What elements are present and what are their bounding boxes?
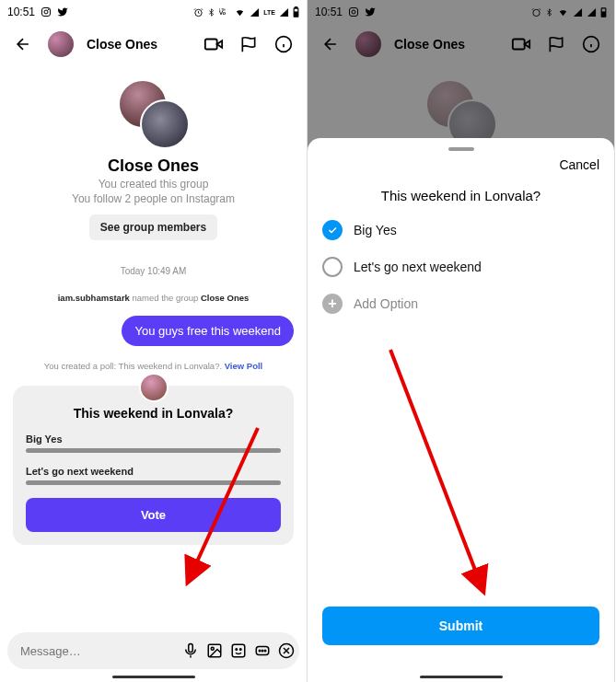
- back-button[interactable]: [9, 30, 37, 58]
- poll-option-1[interactable]: Big Yes: [26, 433, 281, 445]
- outgoing-message[interactable]: You guys free this weekend: [122, 316, 294, 346]
- svg-point-20: [264, 650, 266, 652]
- poll-question: This weekend in Lonvala?: [26, 406, 281, 421]
- wifi-icon: [234, 7, 246, 17]
- svg-text:LTE: LTE: [219, 7, 226, 12]
- poll-author-avatar[interactable]: [139, 373, 169, 402]
- svg-point-16: [240, 649, 242, 651]
- svg-rect-8: [295, 12, 298, 17]
- screenshot-right: 10:51 Close Ones: [308, 0, 615, 682]
- twitter-icon: [57, 6, 68, 17]
- poll-option-2[interactable]: Let's go next weekend: [26, 466, 281, 477]
- plus-icon[interactable]: +: [322, 294, 343, 314]
- option-1-label: Big Yes: [354, 223, 397, 237]
- info-button[interactable]: [270, 30, 297, 58]
- option-2-label: Let's go next weekend: [354, 260, 482, 274]
- radio-checked-icon[interactable]: [322, 220, 343, 240]
- sheet-grabber[interactable]: [448, 147, 474, 151]
- status-bar: 10:51 VoLTE LTE: [0, 0, 307, 24]
- svg-point-1: [44, 10, 48, 14]
- timestamp: Today 10:49 AM: [13, 266, 294, 276]
- svg-rect-9: [205, 40, 217, 50]
- cancel-button[interactable]: Cancel: [559, 157, 599, 172]
- poll-card-wrap: This weekend in Lonvala? Big Yes Let's g…: [13, 386, 294, 545]
- svg-point-19: [262, 650, 263, 652]
- video-call-button[interactable]: [200, 30, 227, 58]
- sheet-question: This weekend in Lonvala?: [322, 188, 599, 203]
- option-row-1[interactable]: Big Yes: [322, 220, 599, 240]
- poll-vote-sheet: Cancel This weekend in Lonvala? Big Yes …: [308, 138, 614, 682]
- see-members-button[interactable]: See group members: [89, 214, 217, 240]
- more-icon[interactable]: [254, 641, 271, 661]
- close-icon[interactable]: [278, 641, 295, 661]
- home-indicator[interactable]: [112, 676, 195, 678]
- poll-created-text: You created a poll: This weekend in Lonv…: [13, 361, 294, 371]
- gallery-icon[interactable]: [206, 641, 223, 661]
- group-avatar-small[interactable]: [48, 31, 74, 57]
- add-option-label: Add Option: [354, 296, 418, 311]
- screenshot-left: 10:51 VoLTE LTE Close Ones: [0, 0, 308, 682]
- message-composer[interactable]: [7, 632, 299, 669]
- svg-point-2: [48, 9, 49, 10]
- poll-bar-1: [26, 448, 281, 453]
- header-title[interactable]: Close Ones: [87, 37, 157, 52]
- group-subtitle-1: You created this group: [13, 178, 294, 191]
- instagram-icon: [41, 6, 52, 17]
- bluetooth-icon: [207, 7, 215, 17]
- submit-button[interactable]: Submit: [322, 607, 599, 645]
- status-time: 10:51: [7, 6, 35, 18]
- message-input[interactable]: [20, 644, 175, 658]
- mic-icon[interactable]: [182, 641, 199, 661]
- svg-point-15: [236, 649, 238, 651]
- radio-unchecked-icon[interactable]: [322, 257, 343, 277]
- group-avatar-large[interactable]: [114, 79, 193, 149]
- alarm-icon: [193, 7, 203, 17]
- system-message: iam.subhamstark named the group Close On…: [13, 293, 294, 303]
- add-option-row[interactable]: + Add Option: [322, 294, 599, 314]
- vote-button[interactable]: Vote: [26, 498, 281, 532]
- poll-card: This weekend in Lonvala? Big Yes Let's g…: [13, 386, 294, 545]
- group-subtitle-2: You follow 2 people on Instagram: [13, 192, 294, 205]
- group-name: Close Ones: [13, 156, 294, 176]
- signal-icon: [250, 7, 260, 17]
- poll-bar-2: [26, 480, 281, 485]
- volte-icon: VoLTE: [219, 7, 230, 17]
- lte-label: LTE: [263, 9, 275, 16]
- svg-rect-14: [232, 644, 245, 657]
- svg-point-13: [211, 647, 214, 650]
- option-row-2[interactable]: Let's go next weekend: [322, 257, 599, 277]
- home-indicator[interactable]: [420, 676, 503, 678]
- signal-icon-2: [279, 7, 289, 17]
- view-poll-link[interactable]: View Poll: [225, 361, 263, 371]
- chat-header: Close Ones: [0, 24, 307, 64]
- battery-icon: [293, 6, 299, 17]
- sticker-icon[interactable]: [230, 641, 247, 661]
- flag-button[interactable]: [235, 30, 262, 58]
- svg-point-18: [259, 650, 261, 652]
- svg-rect-11: [189, 644, 193, 653]
- svg-rect-7: [295, 7, 296, 8]
- chat-body: Close Ones You created this group You fo…: [0, 64, 307, 552]
